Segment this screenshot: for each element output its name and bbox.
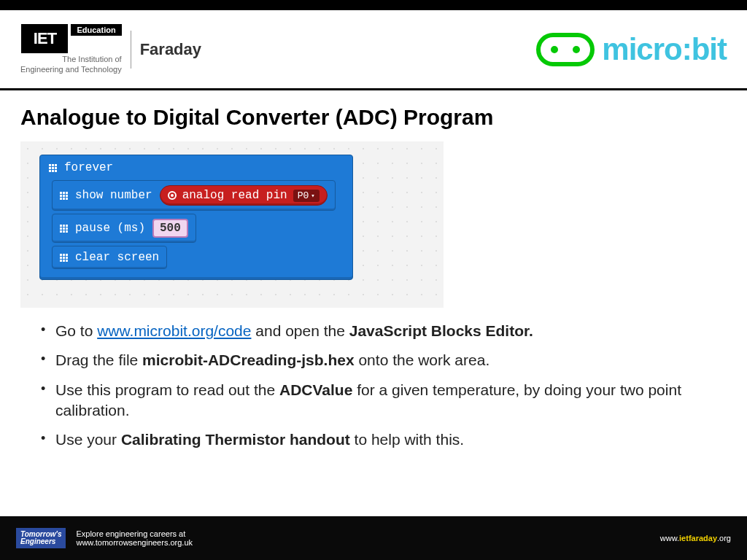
- iet-logo-group: IET Education The Institution of Enginee…: [20, 24, 201, 74]
- iet-institution-text: The Institution of Engineering and Techn…: [20, 55, 122, 74]
- instruction-list: Go to www.microbit.org/code and open the…: [20, 321, 727, 451]
- tomorrows-engineers-logo: Tomorrow's Engineers: [16, 528, 66, 548]
- list-item: Go to www.microbit.org/code and open the…: [41, 321, 727, 341]
- analog-read-label: analog read pin: [182, 189, 287, 202]
- page-title: Analogue to Digital Converter (ADC) Prog…: [20, 105, 727, 130]
- show-number-label: show number: [75, 189, 152, 202]
- iet-logo-icon: IET: [21, 24, 68, 53]
- iet-mark: IET Education The Institution of Enginee…: [20, 24, 122, 74]
- pause-label: pause (ms): [75, 222, 145, 235]
- list-item: Use your Calibrating Thermistor handout …: [41, 429, 727, 450]
- content-area: Analogue to Digital Converter (ADC) Prog…: [0, 90, 747, 474]
- list-item: Use this program to read out the ADCValu…: [41, 380, 727, 421]
- analog-read-block: analog read pin P0: [160, 185, 328, 206]
- pin-dropdown[interactable]: P0: [293, 190, 320, 202]
- faraday-text: Faraday: [140, 40, 201, 59]
- microbit-text: micro:bit: [602, 32, 727, 67]
- header: IET Education The Institution of Enginee…: [0, 10, 747, 90]
- forever-block: forever show number analog read pin P0: [39, 155, 353, 280]
- pause-block: pause (ms) 500: [52, 214, 196, 243]
- clear-screen-label: clear screen: [75, 251, 159, 264]
- list-item: Drag the file microbit-ADCreading-jsb.he…: [41, 350, 727, 370]
- show-number-block: show number analog read pin P0: [52, 180, 336, 211]
- footer-careers-text: Explore engineering careers at www.tomor…: [76, 529, 193, 547]
- logo-divider: [131, 31, 131, 69]
- microbit-code-link[interactable]: www.microbit.org/code: [97, 322, 251, 339]
- forever-label: forever: [64, 161, 113, 174]
- iet-education-badge: Education: [71, 24, 121, 36]
- footer-left: Tomorrow's Engineers Explore engineering…: [16, 528, 193, 548]
- footer-url: www.ietfaraday.org: [660, 534, 731, 542]
- radio-icon: [168, 191, 177, 200]
- grid-icon: [60, 225, 68, 233]
- grid-icon: [60, 254, 68, 262]
- footer: Tomorrow's Engineers Explore engineering…: [0, 516, 747, 560]
- clear-screen-block: clear screen: [52, 246, 167, 269]
- microbit-logo: micro:bit: [536, 32, 727, 67]
- pause-value-input[interactable]: 500: [152, 219, 188, 238]
- microbit-device-icon: [536, 33, 595, 66]
- top-bar: [0, 0, 747, 10]
- grid-icon: [49, 164, 57, 172]
- code-canvas: forever show number analog read pin P0: [20, 141, 444, 308]
- grid-icon: [60, 192, 68, 200]
